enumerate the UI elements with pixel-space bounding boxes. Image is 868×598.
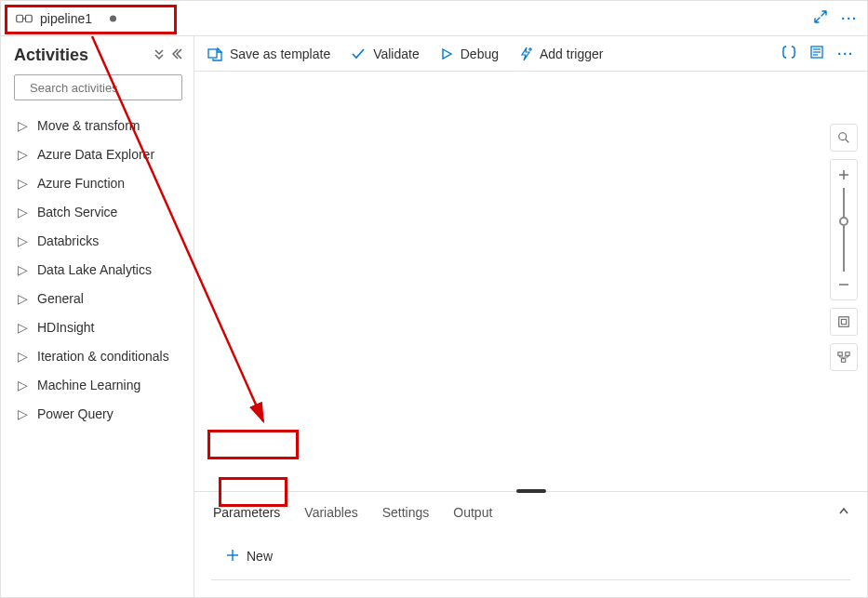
svg-rect-20 xyxy=(846,352,849,356)
svg-rect-21 xyxy=(841,359,845,363)
more-icon[interactable]: ··· xyxy=(841,11,858,26)
pipeline-tab-label: pipeline1 xyxy=(40,11,92,26)
search-activities-input[interactable] xyxy=(28,80,188,96)
activity-group[interactable]: ▷Machine Learning xyxy=(14,371,182,399)
chevron-right-icon: ▷ xyxy=(18,118,28,133)
activity-group[interactable]: ▷Batch Service xyxy=(14,198,182,226)
zoom-out-button[interactable] xyxy=(838,275,849,294)
svg-rect-5 xyxy=(208,49,217,58)
json-braces-icon[interactable] xyxy=(781,45,796,62)
activity-group[interactable]: ▷Power Query xyxy=(14,400,182,428)
search-activities-box[interactable] xyxy=(14,74,182,100)
chevron-right-icon: ▷ xyxy=(18,147,28,162)
tab-settings[interactable]: Settings xyxy=(381,501,432,524)
new-parameter-button[interactable]: New xyxy=(217,542,286,570)
activity-group[interactable]: ▷Iteration & conditionals xyxy=(14,342,182,370)
svg-rect-18 xyxy=(841,319,846,324)
activity-group-label: Databricks xyxy=(37,233,99,248)
pipeline-canvas[interactable] xyxy=(194,72,867,491)
activity-group-label: Data Lake Analytics xyxy=(37,262,152,277)
activity-group[interactable]: ▷Move & transform xyxy=(14,112,182,140)
pipeline-tab[interactable]: pipeline1 xyxy=(10,7,124,30)
activities-sidebar: Activities ▷Move & transform ▷Azure Data… xyxy=(1,36,194,597)
panel-resize-handle[interactable] xyxy=(516,489,546,493)
activity-group-label: Machine Learning xyxy=(37,378,140,392)
tab-parameters[interactable]: Parameters xyxy=(211,501,282,524)
canvas-search-button[interactable] xyxy=(830,124,858,152)
activity-group-label: Azure Data Explorer xyxy=(37,147,154,162)
canvas-zoom-tools xyxy=(830,124,858,371)
chevron-right-icon: ▷ xyxy=(18,205,28,219)
new-parameter-label: New xyxy=(247,549,273,564)
debug-label: Debug xyxy=(461,47,499,61)
chevron-right-icon: ▷ xyxy=(18,320,28,335)
svg-rect-19 xyxy=(838,352,842,356)
zoom-slider[interactable] xyxy=(843,188,845,272)
activity-group[interactable]: ▷HDInsight xyxy=(14,313,182,341)
lightning-icon xyxy=(519,47,532,61)
properties-icon[interactable] xyxy=(809,45,824,62)
activity-group[interactable]: ▷General xyxy=(14,285,182,312)
activity-group[interactable]: ▷Azure Function xyxy=(14,169,182,197)
chevron-right-icon: ▷ xyxy=(18,349,28,364)
activities-list: ▷Move & transform ▷Azure Data Explorer ▷… xyxy=(14,112,182,428)
validate-button[interactable]: Validate xyxy=(351,47,420,61)
properties-panel: Parameters Variables Settings Output New xyxy=(194,491,867,597)
tab-output[interactable]: Output xyxy=(451,501,494,524)
svg-line-13 xyxy=(846,140,849,143)
activity-group-label: Batch Service xyxy=(37,205,117,219)
add-trigger-label: Add trigger xyxy=(540,47,603,61)
collapse-panel-icon[interactable] xyxy=(837,505,850,521)
tab-variables[interactable]: Variables xyxy=(302,501,359,524)
activity-group-label: Iteration & conditionals xyxy=(37,349,169,364)
zoom-handle[interactable] xyxy=(839,217,848,226)
chevrons-down-icon[interactable] xyxy=(153,47,166,63)
canvas-toolbar: Save as template Validate Debug Add trig… xyxy=(194,36,867,72)
sidebar-title: Activities xyxy=(14,46,88,65)
activity-group-label: HDInsight xyxy=(37,320,94,335)
activity-group-label: Move & transform xyxy=(37,118,140,133)
svg-rect-17 xyxy=(839,317,849,327)
save-as-template-button[interactable]: Save as template xyxy=(207,47,330,61)
check-icon xyxy=(351,47,366,61)
activity-group[interactable]: ▷Data Lake Analytics xyxy=(14,256,182,284)
svg-point-12 xyxy=(839,133,847,140)
chevron-right-icon: ▷ xyxy=(18,378,28,392)
chevron-right-icon: ▷ xyxy=(18,233,28,248)
pipeline-icon xyxy=(16,12,33,25)
collapse-sidebar-icon[interactable] xyxy=(169,47,182,63)
svg-rect-1 xyxy=(26,15,33,22)
chevron-right-icon: ▷ xyxy=(18,262,28,277)
play-icon xyxy=(440,47,453,60)
activity-group[interactable]: ▷Azure Data Explorer xyxy=(14,140,182,168)
activity-group-label: Power Query xyxy=(37,406,114,421)
unsaved-indicator-icon xyxy=(110,15,116,21)
add-trigger-button[interactable]: Add trigger xyxy=(519,47,603,61)
debug-button[interactable]: Debug xyxy=(440,47,499,61)
expand-icon[interactable] xyxy=(813,9,828,27)
more-icon[interactable]: ··· xyxy=(837,47,854,61)
chevron-right-icon: ▷ xyxy=(18,406,28,421)
save-as-template-label: Save as template xyxy=(230,47,330,61)
svg-rect-0 xyxy=(17,15,23,22)
chevron-right-icon: ▷ xyxy=(18,176,28,191)
activity-group-label: General xyxy=(37,291,84,306)
plus-icon xyxy=(226,549,239,565)
validate-label: Validate xyxy=(373,47,420,61)
template-icon xyxy=(207,47,222,61)
zoom-in-button[interactable] xyxy=(838,166,849,184)
activity-group-label: Azure Function xyxy=(37,176,125,191)
activity-group[interactable]: ▷Databricks xyxy=(14,227,182,255)
fit-to-screen-button[interactable] xyxy=(830,308,858,336)
layout-button[interactable] xyxy=(830,343,858,371)
chevron-right-icon: ▷ xyxy=(18,291,28,306)
